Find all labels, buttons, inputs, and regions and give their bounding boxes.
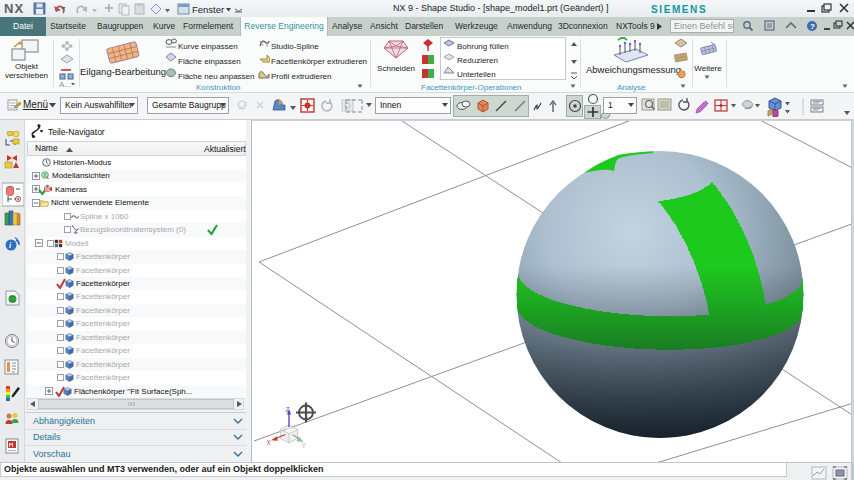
svg-text:Y: Y xyxy=(302,442,307,449)
svg-text:Z: Z xyxy=(286,406,290,413)
svg-text:X: X xyxy=(267,439,272,446)
svg-text:A...: A... xyxy=(59,80,71,88)
svg-text:?: ? xyxy=(810,22,815,31)
svg-text:Fenster: Fenster xyxy=(192,4,224,15)
